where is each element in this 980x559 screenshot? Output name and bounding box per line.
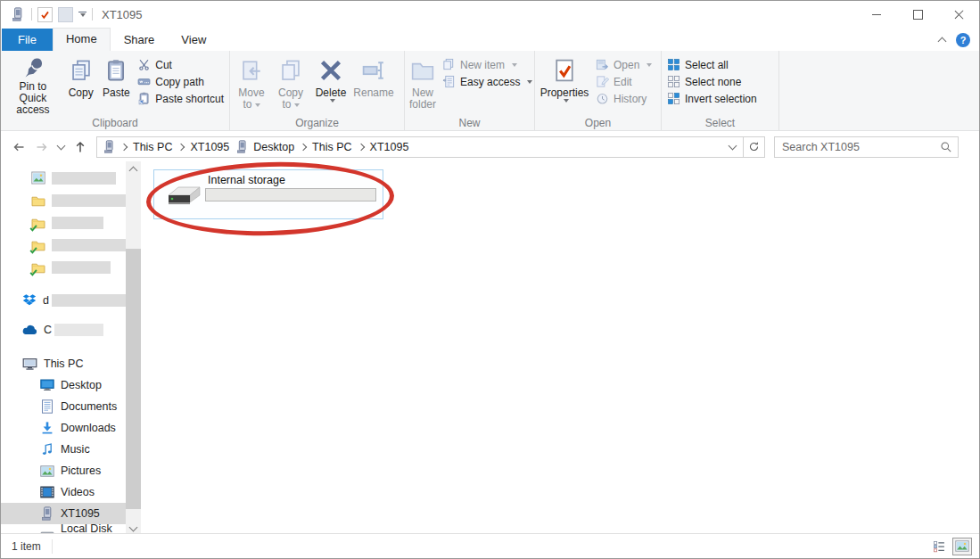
paste-button[interactable]: Paste xyxy=(99,53,135,118)
sidebar-item-label: Videos xyxy=(61,486,95,498)
minimize-button[interactable] xyxy=(856,1,897,28)
history-button[interactable]: History xyxy=(592,91,655,106)
sidebar-item-xt1095-selected[interactable]: XT1095 xyxy=(1,503,126,524)
file-list-pane[interactable]: Internal storage xyxy=(141,161,979,536)
invert-selection-label: Invert selection xyxy=(685,93,757,105)
breadcrumb-this-pc-2[interactable]: This PC xyxy=(309,141,354,153)
address-bar[interactable]: This PC XT1095 Desktop This PC XT1095 xyxy=(96,136,744,158)
quick-access-item-redacted[interactable] xyxy=(1,234,126,256)
open-icon xyxy=(596,58,609,71)
paste-shortcut-icon xyxy=(137,92,151,105)
new-item-label: New item xyxy=(460,59,505,71)
close-button[interactable] xyxy=(938,1,979,28)
paste-shortcut-button[interactable]: Paste shortcut xyxy=(134,91,227,106)
sidebar-item-pictures[interactable]: Pictures xyxy=(1,460,126,481)
edit-button[interactable]: Edit xyxy=(592,74,655,89)
new-item-button[interactable]: New item xyxy=(439,57,536,72)
quick-access-item-redacted[interactable] xyxy=(1,256,126,278)
scroll-up-button[interactable] xyxy=(126,161,141,177)
qat-new-folder-button[interactable] xyxy=(58,7,73,22)
properties-button[interactable]: Properties xyxy=(537,53,592,118)
dropdown-caret-icon xyxy=(255,103,260,107)
ribbon-group-select: Select all Select none Invert selection … xyxy=(662,51,779,130)
copy-button[interactable]: Copy xyxy=(63,53,99,118)
tab-share[interactable]: Share xyxy=(111,29,169,51)
sidebar-scrollbar[interactable] xyxy=(126,161,141,536)
collapse-ribbon-icon[interactable] xyxy=(938,37,947,46)
easy-access-button[interactable]: Easy access xyxy=(439,74,536,89)
back-button[interactable] xyxy=(12,140,26,154)
dropbox-icon xyxy=(22,293,37,307)
quick-access-item-redacted[interactable] xyxy=(1,167,126,189)
details-view-button[interactable] xyxy=(929,538,949,555)
breadcrumb-xt1095-2[interactable]: XT1095 xyxy=(367,141,412,153)
qat-dropdown-bar xyxy=(78,12,86,12)
copy-path-icon xyxy=(137,75,151,88)
delete-button[interactable]: Delete xyxy=(310,53,351,118)
move-to-button[interactable]: Move to xyxy=(232,53,271,118)
pin-to-quick-access-button[interactable]: Pin to Quick access xyxy=(3,53,63,118)
address-dropdown-button[interactable] xyxy=(722,141,743,153)
select-none-button[interactable]: Select none xyxy=(663,74,761,89)
search-input[interactable] xyxy=(782,141,940,153)
delete-x-icon xyxy=(318,55,343,86)
large-icons-view-button[interactable] xyxy=(952,538,972,555)
desktop-icon xyxy=(40,379,54,391)
sidebar-item-onedrive[interactable]: C xyxy=(1,318,126,341)
sidebar-item-downloads[interactable]: Downloads xyxy=(1,417,126,439)
explorer-window: XT1095 File Home Share View ? Pin to Qui… xyxy=(0,0,980,559)
sidebar-item-label: Music xyxy=(61,443,90,456)
ribbon-group-organize: Move to Copy to Delete Rename xyxy=(230,51,405,130)
invert-selection-button[interactable]: Invert selection xyxy=(663,91,761,106)
rename-button[interactable]: Rename xyxy=(351,53,396,118)
sidebar-item-music[interactable]: Music xyxy=(1,439,126,460)
breadcrumb-desktop[interactable]: Desktop xyxy=(251,141,297,153)
close-icon xyxy=(954,10,964,20)
onedrive-label-visible: C xyxy=(44,324,52,336)
sidebar-item-documents[interactable]: Documents xyxy=(1,396,126,417)
open-group-label: Open xyxy=(535,117,661,129)
forward-button[interactable] xyxy=(35,140,49,154)
delete-label: Delete xyxy=(316,86,347,99)
quick-access-item-redacted[interactable] xyxy=(1,189,126,211)
open-button[interactable]: Open xyxy=(592,57,655,72)
breadcrumb-this-pc[interactable]: This PC xyxy=(130,141,175,153)
qat-properties-button[interactable] xyxy=(37,7,53,22)
pin-icon xyxy=(21,55,45,79)
copy-path-button[interactable]: Copy path xyxy=(134,74,227,89)
sidebar-item-dropbox[interactable]: d xyxy=(1,289,126,311)
ribbon-group-open: Properties Open Edit xyxy=(535,51,662,130)
maximize-button[interactable] xyxy=(897,1,938,28)
tab-view[interactable]: View xyxy=(168,29,219,51)
sidebar-item-label: XT1095 xyxy=(61,507,100,520)
cut-button[interactable]: Cut xyxy=(134,57,227,72)
breadcrumb-xt1095[interactable]: XT1095 xyxy=(187,141,232,153)
search-icon[interactable] xyxy=(940,141,952,153)
titlebar: XT1095 xyxy=(1,1,979,28)
edit-icon xyxy=(596,75,609,88)
sidebar-item-label: This PC xyxy=(44,358,83,370)
paste-shortcut-label: Paste shortcut xyxy=(155,93,224,105)
refresh-button[interactable] xyxy=(744,136,765,158)
window-device-icon xyxy=(10,6,26,22)
up-button[interactable] xyxy=(73,140,87,154)
maximize-icon xyxy=(913,10,923,20)
qat-customize-dropdown[interactable] xyxy=(78,12,86,17)
synced-folder-icon xyxy=(31,216,45,230)
sidebar-item-this-pc[interactable]: This PC xyxy=(1,353,126,374)
help-button[interactable]: ? xyxy=(956,33,970,47)
tab-file[interactable]: File xyxy=(2,29,53,51)
recent-locations-dropdown[interactable] xyxy=(57,142,66,151)
tab-home[interactable]: Home xyxy=(53,28,111,51)
quick-access-item-redacted[interactable] xyxy=(1,211,126,234)
scrollbar-thumb[interactable] xyxy=(126,249,141,509)
select-all-button[interactable]: Select all xyxy=(663,57,761,72)
history-clock-icon xyxy=(596,92,609,105)
sidebar-item-label: Downloads xyxy=(61,422,116,434)
internal-storage-item[interactable]: Internal storage xyxy=(153,169,383,219)
sidebar-item-desktop[interactable]: Desktop xyxy=(1,374,126,396)
sidebar-item-videos[interactable]: Videos xyxy=(1,481,126,503)
clipboard-icon xyxy=(104,55,128,86)
copy-to-button[interactable]: Copy to xyxy=(271,53,310,118)
new-folder-button[interactable]: New folder xyxy=(407,53,439,118)
